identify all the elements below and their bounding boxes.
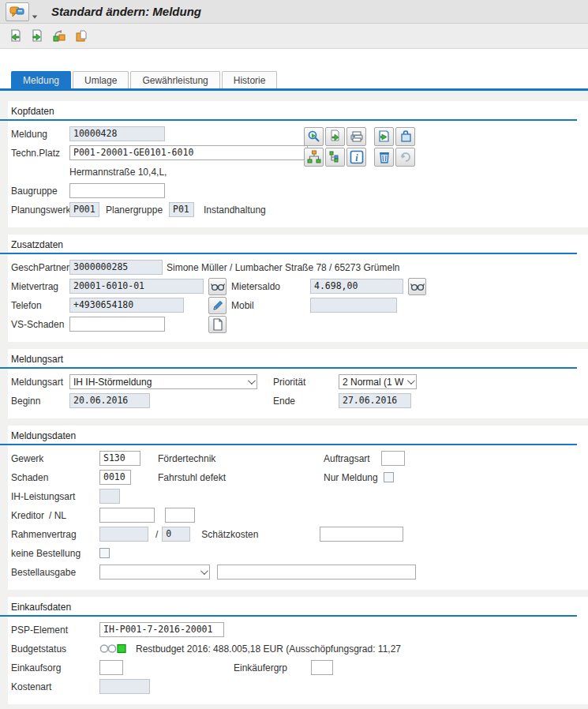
undo-button[interactable] bbox=[395, 148, 415, 167]
mietvertrag-label: Mietvertrag bbox=[11, 281, 69, 292]
telefon-field[interactable]: +4930654180 bbox=[69, 298, 184, 313]
einkaeufergrp-field[interactable] bbox=[311, 660, 333, 675]
geschpartner-field[interactable]: 3000000285 bbox=[69, 260, 163, 275]
print-button[interactable] bbox=[346, 127, 366, 146]
copy-template-button[interactable] bbox=[73, 28, 90, 45]
ih-leistungsart-label: IH-Leistungsart bbox=[11, 491, 99, 502]
section-einkaufsdaten: Einkaufsdaten PSP-Element IH-P001-7-2016… bbox=[8, 597, 588, 704]
mietvertrag-field[interactable]: 20001-6010-01 bbox=[69, 279, 204, 294]
application-toolbar bbox=[0, 24, 588, 49]
gewerk-text: Fördertechnik bbox=[158, 453, 324, 464]
tab-gewaehrleistung[interactable]: Gewährleistung bbox=[130, 71, 219, 88]
techn-platz-label: Techn.Platz bbox=[11, 148, 69, 159]
attachment-button[interactable] bbox=[395, 127, 415, 146]
info-button[interactable]: i bbox=[346, 148, 366, 167]
copy-template-icon bbox=[74, 29, 88, 43]
delete-button[interactable] bbox=[374, 148, 394, 167]
create-text-button[interactable] bbox=[208, 316, 227, 333]
notification-menu-button[interactable] bbox=[6, 2, 29, 21]
edit-telefon-button[interactable] bbox=[208, 297, 227, 314]
mobil-field[interactable] bbox=[310, 298, 397, 313]
hierarchy-button[interactable] bbox=[304, 148, 324, 167]
techn-platz-field[interactable]: P001-20001-GE0101-6010 bbox=[69, 145, 308, 160]
structure-change-button[interactable] bbox=[51, 28, 68, 45]
previous-document-button[interactable] bbox=[6, 28, 24, 45]
einkaufsorg-field[interactable] bbox=[99, 660, 123, 675]
kostenart-field[interactable] bbox=[99, 679, 150, 694]
display-search-button[interactable] bbox=[304, 127, 324, 146]
nur-meldung-checkbox[interactable] bbox=[384, 472, 394, 482]
ende-label: Ende bbox=[273, 396, 339, 407]
delete-trash-icon bbox=[377, 150, 391, 164]
section-rule bbox=[0, 253, 577, 254]
display-glasses-icon bbox=[410, 282, 425, 291]
display-mietersaldo-button[interactable] bbox=[408, 278, 426, 295]
kostenart-label: Kostenart bbox=[11, 681, 99, 692]
tab-umlage[interactable]: Umlage bbox=[73, 71, 129, 88]
display-mietvertrag-button[interactable] bbox=[208, 278, 227, 295]
structure-change-icon bbox=[52, 29, 66, 43]
kreditor-label: Kreditor bbox=[11, 510, 49, 521]
dropdown-arrow-icon bbox=[32, 15, 37, 18]
prioritaet-select[interactable]: 2 Normal (1 W… bbox=[339, 374, 417, 389]
spacer bbox=[0, 49, 588, 69]
ih-leistungsart-field[interactable] bbox=[99, 489, 120, 504]
schaden-text: Fahrstuhl defekt bbox=[158, 472, 324, 483]
meldungsart-select[interactable]: IH IH-Störmeldung bbox=[69, 374, 257, 389]
planergruppe-field[interactable]: P01 bbox=[169, 202, 194, 217]
keine-bestellung-checkbox[interactable] bbox=[99, 548, 110, 558]
kreditor-nl-label: / NL bbox=[49, 510, 99, 521]
bestellausgabe-label: Bestellausgabe bbox=[11, 567, 99, 578]
chevron-down-icon bbox=[407, 377, 415, 385]
auftragsart-field[interactable] bbox=[381, 451, 405, 466]
schaetzkosten-label: Schätzkosten bbox=[201, 529, 320, 540]
bestellausgabe-select[interactable] bbox=[99, 565, 210, 580]
mietersaldo-field[interactable]: 4.698,00 bbox=[310, 279, 403, 294]
tab-strip: Meldung Umlage Gewährleistung Historie bbox=[0, 69, 588, 88]
schaetzkosten-field[interactable] bbox=[320, 527, 403, 542]
section-kopfdaten: Kopfdaten bbox=[8, 101, 588, 227]
tab-content: Kopfdaten bbox=[0, 91, 588, 709]
planungswerk-label: Planungswerk bbox=[11, 204, 69, 216]
gewerk-label: Gewerk bbox=[11, 453, 99, 464]
next-document-button[interactable] bbox=[28, 28, 46, 45]
tab-historie[interactable]: Historie bbox=[222, 71, 278, 88]
copy-document-button[interactable] bbox=[325, 127, 345, 146]
nl-field[interactable] bbox=[165, 508, 195, 523]
gewerk-field[interactable]: S130 bbox=[99, 451, 140, 466]
section-rule bbox=[0, 367, 577, 369]
schaden-field[interactable]: 0010 bbox=[99, 470, 131, 485]
kreditor-field[interactable] bbox=[99, 508, 155, 523]
planergruppe-text: Instandhaltung bbox=[204, 204, 266, 216]
section-rule bbox=[0, 444, 577, 445]
geschpartner-text: Simone Müller / Lumbacher Straße 78 / 65… bbox=[167, 262, 399, 273]
baugruppe-field[interactable] bbox=[69, 183, 165, 198]
nur-meldung-label: Nur Meldung bbox=[324, 472, 384, 483]
bestellausgabe-field[interactable] bbox=[217, 565, 416, 580]
einkaeufergrp-label: Einkäufergrp bbox=[234, 662, 311, 673]
ende-field[interactable]: 27.06.2016 bbox=[339, 393, 411, 408]
title-dropdown-button[interactable] bbox=[29, 2, 40, 21]
chevron-down-icon bbox=[248, 377, 256, 385]
rahmenvertrag-pos-field[interactable]: 0 bbox=[162, 527, 190, 542]
beginn-field[interactable]: 20.06.2016 bbox=[69, 393, 150, 408]
section-title: Meldungsdaten bbox=[11, 429, 588, 444]
paste-document-icon bbox=[377, 129, 391, 144]
keine-bestellung-label: keine Bestellung bbox=[11, 548, 99, 559]
psp-element-label: PSP-Element bbox=[11, 625, 99, 636]
rahmenvertrag-field[interactable] bbox=[99, 527, 148, 542]
section-title: Einkaufsdaten bbox=[11, 600, 588, 615]
meldungsart-label: Meldungsart bbox=[11, 377, 69, 388]
section-meldungsart: Meldungsart Meldungsart IH IH-Störmeldun… bbox=[8, 349, 588, 418]
meldung-label: Meldung bbox=[11, 129, 69, 140]
planungswerk-field[interactable]: P001 bbox=[69, 202, 99, 217]
vs-schaden-label: VS-Schaden bbox=[11, 319, 69, 330]
meldung-field[interactable]: 10000428 bbox=[69, 126, 165, 141]
baugruppe-label: Baugruppe bbox=[11, 186, 69, 197]
tab-meldung[interactable]: Meldung bbox=[11, 71, 71, 88]
paste-document-button[interactable] bbox=[374, 127, 394, 146]
section-title: Meldungsart bbox=[11, 352, 588, 367]
psp-element-field[interactable]: IH-P001-7-2016-20001 bbox=[99, 622, 224, 637]
vs-schaden-field[interactable] bbox=[69, 317, 165, 332]
structure-list-button[interactable] bbox=[325, 148, 345, 167]
